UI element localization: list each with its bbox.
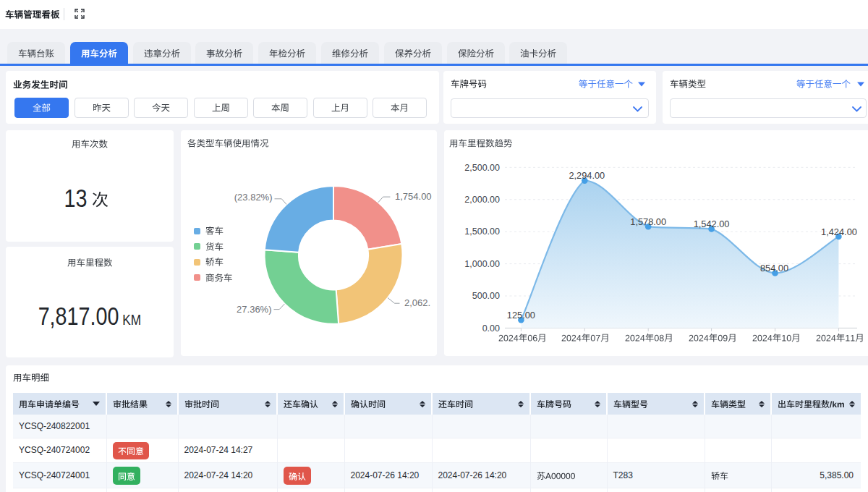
svg-text:2,294.00: 2,294.00 [569, 170, 605, 181]
svg-text:2,000.00: 2,000.00 [464, 195, 500, 205]
svg-text:125.00: 125.00 [507, 310, 535, 321]
svg-text:1,754.00: 1,754.00 [395, 191, 432, 202]
svg-text:1,424.00: 1,424.00 [821, 226, 857, 237]
svg-text:0.00: 0.00 [482, 323, 500, 334]
svg-text:1,000.00: 1,000.00 [464, 259, 500, 269]
svg-text:2,500.00: 2,500.00 [464, 163, 500, 173]
svg-text:1,542.00: 1,542.00 [694, 219, 730, 229]
svg-text:1,500.00: 1,500.00 [464, 226, 500, 237]
svg-text:27.36%): 27.36%) [237, 304, 271, 315]
svg-text:1,578.00: 1,578.00 [630, 216, 666, 227]
svg-text:2,062.: 2,062. [404, 297, 430, 308]
svg-text:854.00: 854.00 [760, 263, 788, 273]
svg-text:(23.82%): (23.82%) [234, 192, 273, 203]
svg-text:500.00: 500.00 [472, 291, 500, 301]
